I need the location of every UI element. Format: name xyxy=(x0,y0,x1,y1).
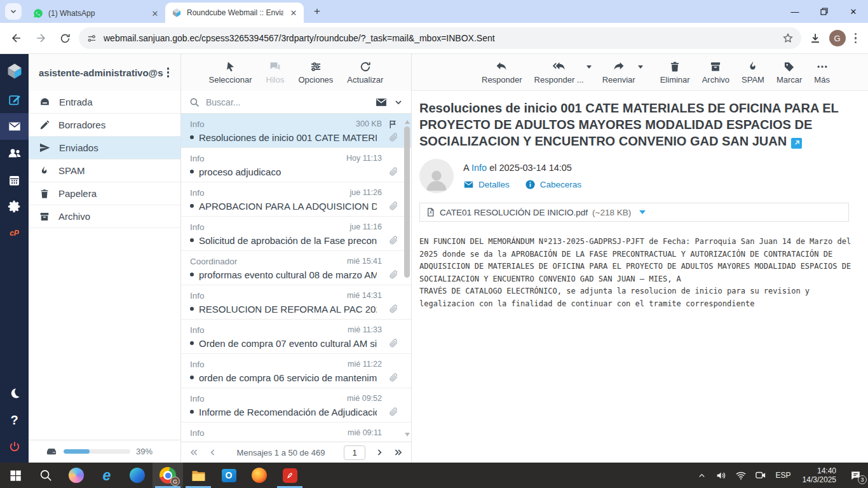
threads-button[interactable]: Hilos xyxy=(266,60,285,85)
list-item[interactable]: Infojue 11:16 Solicitud de aprobación de… xyxy=(181,217,411,251)
search-options-chevron-icon[interactable] xyxy=(393,97,403,107)
scrollbar-thumb[interactable] xyxy=(404,126,410,278)
details-toggle[interactable]: Detalles xyxy=(478,180,510,189)
wifi-button[interactable] xyxy=(731,463,751,488)
reply-all-caret-icon[interactable] xyxy=(587,65,592,69)
list-item[interactable]: Infomié 14:31 RESOLUCION DE REFORMA AL P… xyxy=(181,285,411,320)
list-scrollbar[interactable] xyxy=(404,120,410,278)
next-page-button[interactable] xyxy=(374,447,384,458)
tab-search-button[interactable] xyxy=(5,3,22,20)
search-scope-mail-icon[interactable] xyxy=(375,96,388,109)
open-in-new-window-icon[interactable] xyxy=(791,138,802,149)
browser-menu-button[interactable] xyxy=(850,33,862,44)
downloads-button[interactable] xyxy=(805,28,825,48)
list-item[interactable]: Infomié 09:52 Informe de Recomendación d… xyxy=(181,388,411,423)
search-input[interactable] xyxy=(206,97,369,107)
logout-button[interactable] xyxy=(0,433,29,460)
back-button[interactable] xyxy=(6,28,27,48)
reply-all-button[interactable]: Responder ... xyxy=(534,60,584,85)
sidebar-item-papelera[interactable]: Papelera xyxy=(29,182,180,205)
volume-button[interactable] xyxy=(712,463,731,488)
taskbar-chrome-button[interactable]: G xyxy=(153,463,183,488)
rail-calendar-button[interactable] xyxy=(0,166,29,193)
row-meta: 300 KB xyxy=(356,119,382,128)
restore-button[interactable] xyxy=(810,0,839,23)
forward-caret-icon[interactable] xyxy=(638,65,643,69)
forward-button[interactable]: Reenviar xyxy=(602,60,635,85)
attachment-row[interactable]: CATE01 RESOLUCIÓN DE INICIO.pdf (~218 KB… xyxy=(419,203,849,222)
list-item[interactable]: Infomié 11:33 Orden de compra 07 evento … xyxy=(181,320,411,354)
taskbar-ie-button[interactable]: e xyxy=(92,463,122,488)
recipient-link[interactable]: Info xyxy=(471,163,487,173)
row-subject: Resoluciones de inicio 001 CATE MATERIAL… xyxy=(199,132,377,143)
taskbar-edge-button[interactable] xyxy=(122,463,153,488)
tab-close-icon[interactable]: ✕ xyxy=(288,8,299,18)
taskbar-file-explorer-button[interactable] xyxy=(183,463,214,488)
rail-cpanel-button[interactable]: cP xyxy=(0,220,29,247)
refresh-button[interactable]: Actualizar xyxy=(347,60,383,85)
attachment-menu-caret-icon[interactable] xyxy=(639,210,646,214)
more-button[interactable]: Más xyxy=(814,60,830,85)
help-button[interactable]: ? xyxy=(0,407,29,433)
refresh-icon xyxy=(359,60,372,73)
sidebar-item-borradores[interactable]: Borradores xyxy=(29,114,180,137)
flag-icon[interactable] xyxy=(388,119,398,130)
tray-expand-button[interactable] xyxy=(692,463,712,488)
tab-roundcube[interactable]: Roundcube Webmail :: Enviados ✕ xyxy=(165,3,304,23)
sidebar-item-spam[interactable]: SPAM xyxy=(29,159,180,182)
page-number-input[interactable] xyxy=(344,445,365,460)
site-info-icon[interactable] xyxy=(86,33,97,44)
close-window-button[interactable]: ✕ xyxy=(839,0,868,23)
delete-button[interactable]: Eliminar xyxy=(660,60,690,85)
first-page-button[interactable] xyxy=(189,447,199,458)
list-item[interactable]: Coordinadormié 15:41 proformas evento cu… xyxy=(181,251,411,285)
reply-button[interactable]: Responder xyxy=(482,60,522,85)
list-item[interactable]: Info300 KB Resoluciones de inicio 001 CA… xyxy=(181,114,411,148)
start-button[interactable] xyxy=(0,463,31,488)
language-indicator[interactable]: ESP xyxy=(771,471,796,480)
bookmark-star-icon[interactable] xyxy=(782,32,794,44)
attachment-icon xyxy=(388,235,398,245)
rail-mail-button[interactable] xyxy=(0,113,29,140)
sidebar-item-entrada[interactable]: Entrada xyxy=(29,91,180,114)
forward-button[interactable] xyxy=(31,28,51,48)
list-item[interactable]: Infomié 11:22 orden de compra 06 servici… xyxy=(181,354,411,388)
scroll-up-arrow[interactable] xyxy=(405,120,410,124)
dark-mode-button[interactable] xyxy=(0,380,29,407)
profile-avatar[interactable]: G xyxy=(829,30,846,46)
reload-button[interactable] xyxy=(55,28,75,48)
select-button[interactable]: Seleccionar xyxy=(209,60,252,85)
list-item[interactable]: Infomié 09:11 xyxy=(181,423,411,442)
list-item[interactable]: InfoHoy 11:13 proceso adjudicaco xyxy=(181,148,411,182)
notification-center-button[interactable]: 3 xyxy=(843,463,868,488)
archive-button[interactable]: Archivo xyxy=(702,60,729,85)
options-button[interactable]: Opciones xyxy=(298,60,333,85)
sidebar-item-archivo[interactable]: Archivo xyxy=(29,205,180,228)
prev-page-button[interactable] xyxy=(208,447,218,458)
last-page-button[interactable] xyxy=(393,447,403,458)
list-item[interactable]: Infojue 11:26 APROBACION PARA LA ADQUISI… xyxy=(181,182,411,217)
taskbar-outlook-button[interactable]: O xyxy=(214,463,244,488)
taskbar-clock[interactable]: 14:40 14/3/2025 xyxy=(796,466,843,484)
taskbar-firefox-button[interactable] xyxy=(244,463,275,488)
account-menu-button[interactable] xyxy=(163,65,173,80)
meet-now-button[interactable] xyxy=(751,463,771,488)
spam-button[interactable]: SPAM xyxy=(742,60,764,85)
rail-settings-button[interactable] xyxy=(0,193,29,220)
folder-label: Entrada xyxy=(59,97,93,107)
mark-button[interactable]: Marcar xyxy=(776,60,802,85)
address-bar[interactable]: webmail.sanjuan.gob.ec/cpsess3265394567/… xyxy=(79,27,801,49)
folder-label: SPAM xyxy=(58,165,85,176)
taskbar-search-button[interactable] xyxy=(31,463,61,488)
compose-button[interactable] xyxy=(0,86,29,113)
taskbar-copilot-button[interactable] xyxy=(61,463,92,488)
headers-toggle[interactable]: Cabeceras xyxy=(540,180,581,189)
tab-whatsapp[interactable]: (1) WhatsApp ✕ xyxy=(27,4,165,23)
rail-contacts-button[interactable] xyxy=(0,140,29,166)
scroll-down-arrow[interactable] xyxy=(405,433,410,437)
taskbar-acrobat-button[interactable] xyxy=(275,463,305,488)
sidebar-item-enviados[interactable]: Enviados xyxy=(29,137,180,159)
minimize-button[interactable]: — xyxy=(780,0,810,23)
new-tab-button[interactable]: + xyxy=(309,3,325,20)
tab-close-icon[interactable]: ✕ xyxy=(150,8,160,18)
